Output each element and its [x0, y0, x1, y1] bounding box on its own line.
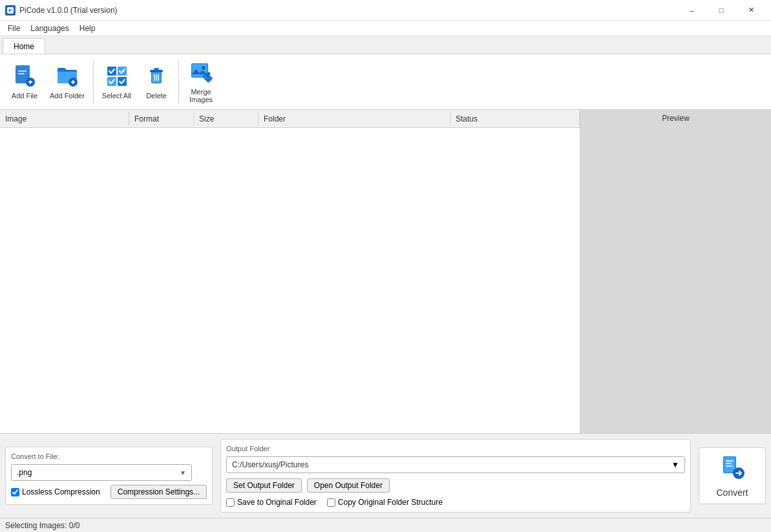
ribbon-separator-1 — [93, 59, 94, 104]
ribbon-separator-2 — [178, 59, 179, 104]
status-text: Selecting Images: 0/0 — [5, 521, 79, 530]
svg-rect-33 — [726, 465, 733, 467]
preview-header: Preview — [580, 110, 771, 127]
format-select-value: .png — [17, 468, 32, 477]
menu-bar: File Languages Help — [0, 21, 771, 36]
svg-rect-13 — [72, 80, 74, 84]
status-bar: Selecting Images: 0/0 — [0, 518, 771, 532]
table-header: Image Format Size Folder Status — [0, 110, 580, 128]
table-body — [0, 128, 580, 433]
format-select[interactable]: .png ▼ — [11, 464, 192, 481]
svg-rect-6 — [18, 70, 26, 72]
col-header-format[interactable]: Format — [129, 112, 194, 126]
convert-icon — [719, 454, 745, 485]
window-controls: – □ ✕ — [677, 0, 766, 21]
svg-rect-23 — [156, 74, 157, 81]
col-header-image[interactable]: Image — [0, 112, 129, 126]
folder-options: Save to Original Folder Copy Original Fo… — [226, 498, 685, 507]
lossless-checkbox[interactable] — [11, 488, 19, 496]
convert-to-file-label: Convert to File: — [11, 452, 207, 460]
app-title: PiCode v1.0.0 (Trial version) — [19, 6, 677, 15]
close-button[interactable]: ✕ — [736, 0, 766, 21]
title-bar: P PiCode v1.0.0 (Trial version) – □ ✕ — [0, 0, 771, 21]
save-original-checkbox[interactable] — [226, 498, 235, 507]
copy-structure-label: Copy Original Folder Structure — [338, 498, 443, 507]
select-all-label: Select All — [102, 92, 131, 100]
compression-settings-button[interactable]: Compression Settings... — [111, 485, 207, 499]
open-output-folder-button[interactable]: Open Output Folder — [307, 478, 390, 493]
col-header-size[interactable]: Size — [194, 112, 259, 126]
convert-label: Convert — [716, 487, 748, 498]
set-output-folder-button[interactable]: Set Output Folder — [226, 478, 302, 493]
convert-button[interactable]: Convert — [699, 447, 766, 504]
svg-rect-21 — [154, 68, 159, 70]
lossless-row: Lossless Compression Compression Setting… — [11, 485, 207, 499]
menu-file[interactable]: File — [3, 23, 25, 34]
file-area: Image Format Size Folder Status — [0, 110, 580, 433]
bottom-panel: Convert to File: .png ▼ Lossless Compres… — [0, 433, 771, 518]
delete-button[interactable]: Delete — [137, 61, 176, 103]
minimize-button[interactable]: – — [677, 0, 706, 21]
svg-text:P: P — [8, 8, 12, 14]
output-folder-label: Output Folder — [226, 445, 685, 452]
add-file-icon — [13, 64, 36, 90]
delete-label: Delete — [146, 92, 167, 100]
ribbon: Add File Add Folder — [0, 54, 771, 110]
maximize-button[interactable]: □ — [706, 0, 736, 21]
select-all-button[interactable]: Select All — [96, 61, 137, 103]
svg-rect-22 — [154, 74, 155, 81]
folder-buttons: Set Output Folder Open Output Folder — [226, 478, 685, 493]
format-select-arrow-icon: ▼ — [180, 469, 186, 476]
svg-point-27 — [202, 66, 206, 70]
copy-structure-option: Copy Original Folder Structure — [327, 498, 443, 507]
svg-rect-24 — [158, 74, 159, 81]
menu-languages[interactable]: Languages — [25, 23, 74, 34]
app-icon: P — [5, 5, 16, 16]
col-header-folder[interactable]: Folder — [259, 112, 450, 126]
add-file-button[interactable]: Add File — [5, 61, 44, 103]
svg-rect-7 — [18, 73, 25, 74]
save-original-option: Save to Original Folder — [226, 498, 317, 507]
add-file-label: Add File — [12, 92, 37, 100]
tab-bar: Home — [0, 36, 771, 54]
delete-icon — [145, 64, 168, 90]
col-header-status[interactable]: Status — [450, 112, 580, 126]
merge-images-icon — [189, 60, 213, 87]
add-folder-button[interactable]: Add Folder — [44, 61, 90, 103]
output-folder-group: Output Folder C:/Users/xusj/Pictures ▼ S… — [220, 439, 691, 513]
add-folder-label: Add Folder — [50, 92, 85, 100]
add-folder-icon — [56, 64, 79, 90]
folder-path-arrow-icon: ▼ — [671, 460, 679, 469]
select-all-icon — [105, 64, 128, 90]
folder-path-input[interactable]: C:/Users/xusj/Pictures ▼ — [226, 456, 685, 473]
copy-structure-checkbox[interactable] — [327, 498, 335, 507]
menu-help[interactable]: Help — [74, 23, 101, 34]
svg-rect-31 — [726, 460, 734, 462]
svg-rect-32 — [726, 463, 732, 464]
merge-images-label: Merge Images — [189, 88, 213, 103]
main-content: Image Format Size Folder Status Preview — [0, 110, 771, 433]
svg-rect-10 — [30, 80, 31, 84]
save-original-label: Save to Original Folder — [237, 498, 317, 507]
merge-images-button[interactable]: Merge Images — [182, 57, 220, 107]
folder-path-text: C:/Users/xusj/Pictures — [232, 460, 308, 469]
convert-to-file-group: Convert to File: .png ▼ Lossless Compres… — [5, 447, 213, 505]
tab-home[interactable]: Home — [3, 38, 45, 54]
folder-path-row: C:/Users/xusj/Pictures ▼ — [226, 456, 685, 473]
lossless-label: Lossless Compression — [22, 487, 100, 496]
preview-area: Preview — [580, 110, 771, 433]
preview-content — [580, 127, 771, 433]
